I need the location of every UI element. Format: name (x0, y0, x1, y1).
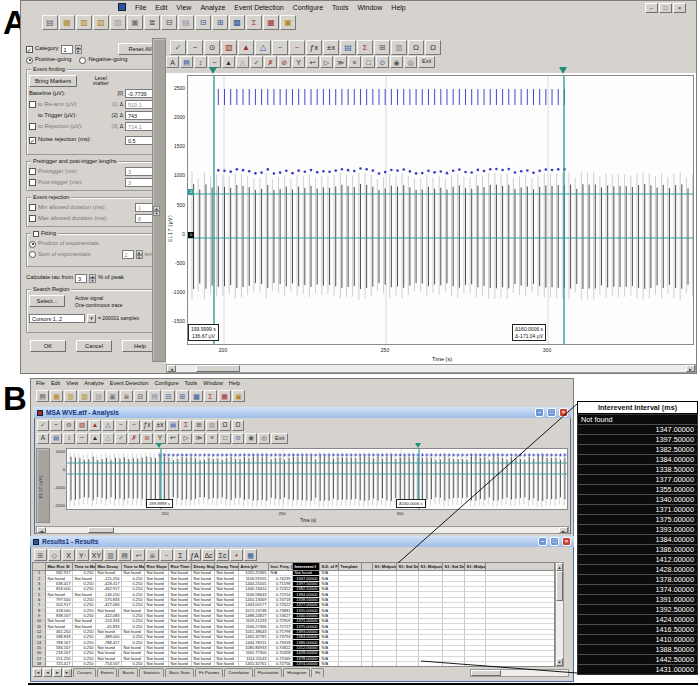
save-file-icon[interactable]: ▥ (64, 390, 77, 402)
menu-b-file[interactable]: File (36, 380, 45, 386)
interevent-value-1428-00000[interactable]: 1428.00000 (578, 565, 697, 575)
print-icon[interactable]: ≣ (146, 549, 159, 561)
terms-spinner[interactable]: ▲▼ (136, 250, 143, 259)
tab-cursors[interactable]: Cursors (73, 668, 96, 677)
baseline-level-marker[interactable]: 0 (188, 232, 194, 238)
menu-b-window[interactable]: Window (203, 380, 223, 386)
interevent-value-1388-50000[interactable]: 1388.50000 (578, 645, 697, 655)
interevent-value-1340-00000[interactable]: 1340.00000 (578, 495, 697, 505)
tab-statistics[interactable]: Statistics (139, 668, 164, 677)
fit-curve-icon[interactable]: ~ (50, 420, 62, 431)
results-vertical-scrollbar[interactable]: ▲ ▼ (555, 562, 564, 667)
rings-icon[interactable]: ◎ (258, 433, 270, 444)
fast-forward-icon[interactable]: ≫ (193, 433, 205, 444)
tab-events[interactable]: Events (97, 668, 118, 677)
new-file-icon[interactable]: ▤ (42, 15, 58, 30)
menu-b-tools[interactable]: Tools (184, 380, 197, 386)
pin-icon[interactable]: + (230, 549, 243, 561)
interevent-value-1382-50000[interactable]: 1382.50000 (578, 445, 697, 455)
peak-dark-icon[interactable]: ▲ (222, 56, 235, 68)
results-window-titlebar[interactable]: Results1 - Results – □ × (30, 536, 574, 547)
cancel-button[interactable]: Cancel (76, 340, 112, 352)
interevent-value-1412-00000[interactable]: 1412.00000 (578, 555, 697, 565)
cursor-1-handle[interactable] (209, 67, 217, 74)
peak-dark-icon[interactable]: ▲ (89, 433, 101, 444)
reject-all-icon[interactable]: ⊘ (141, 433, 153, 444)
analysis-window-icon[interactable]: Σ (204, 390, 217, 402)
menu-b-event-detection[interactable]: Event Detection (110, 380, 149, 386)
scale-icon[interactable]: ±x (323, 40, 339, 55)
interevent-value-1378-00000[interactable]: 1378.00000 (578, 575, 697, 585)
panel-a-scroll-thumb[interactable] (196, 365, 240, 372)
trace-red-icon[interactable]: ~ (128, 420, 140, 431)
interevent-value-1392-50000[interactable]: 1392.50000 (578, 605, 697, 615)
baseline-icon[interactable]: ↕ (194, 56, 207, 68)
results-scroll-down-icon[interactable]: ▼ (556, 658, 563, 666)
template-icon[interactable]: A (166, 56, 179, 68)
accept-event-icon[interactable]: ✓ (115, 433, 127, 444)
tau-spinner[interactable]: ▲▼ (89, 274, 96, 283)
accept-check-icon[interactable]: ✓ (170, 40, 186, 55)
x-values-icon[interactable]: X (62, 549, 75, 561)
function-icon[interactable]: ƒx (141, 420, 153, 431)
results-horizontal-scrollbar[interactable] (470, 669, 569, 677)
lock-y-icon[interactable]: Ω (425, 40, 441, 55)
trace-red-icon[interactable]: ~ (289, 40, 305, 55)
table-icon[interactable]: ⊞ (193, 420, 205, 431)
dropdown-arrow-icon[interactable]: ▼ (87, 314, 96, 323)
results-header-blank[interactable] (486, 563, 555, 571)
save-as-icon[interactable]: ▧ (78, 390, 91, 402)
results-header-decay-time[interactable]: Decay Time (215, 563, 239, 571)
results-cell[interactable] (465, 662, 486, 667)
print-icon[interactable]: ≣ (120, 390, 133, 402)
events-list-icon[interactable]: ▤ (167, 420, 179, 431)
exit-button[interactable]: Exit (418, 56, 435, 68)
tab-nav-last-icon[interactable]: ►| (63, 668, 72, 677)
tab-fluctuation[interactable]: Fluctuation (254, 668, 282, 677)
min-duration-checkbox[interactable] (29, 204, 36, 211)
results-maximize-button[interactable]: □ (550, 537, 559, 546)
zoom-icon[interactable]: ⊙ (63, 420, 75, 431)
positive-going-radio[interactable] (26, 57, 33, 64)
results-scroll-up-icon[interactable]: ▲ (556, 563, 563, 571)
results-header-s1-midpoin[interactable]: S1: Midpoin (419, 563, 443, 571)
panel-b-signal-plot[interactable] (66, 448, 568, 510)
event-marker-icon[interactable]: △ (255, 40, 271, 55)
interevent-value-1355-00000[interactable]: 1355.00000 (578, 485, 697, 495)
interevent-value-1384-00000[interactable]: 1384.00000 (578, 455, 697, 465)
fast-forward-icon[interactable]: ≫ (334, 56, 347, 68)
analysis-minimize-button[interactable]: – (535, 408, 544, 417)
posttrigger-checkbox[interactable] (29, 179, 36, 186)
sigma-icon[interactable]: Σ (180, 420, 192, 431)
sum-exponentials-radio[interactable] (29, 251, 36, 258)
interevent-value-1393-00000[interactable]: 1393.00000 (578, 525, 697, 535)
tab-nav-first-icon[interactable]: |◄ (33, 668, 42, 677)
results-header-decay-slop[interactable]: Decay Slop (192, 563, 215, 571)
trace-blue-icon[interactable]: ~ (115, 420, 127, 431)
analysis-maximize-button[interactable]: □ (547, 408, 556, 417)
menu-a-analyze[interactable]: Analyze (200, 4, 225, 11)
interevent-value-1384-00000[interactable]: 1384.00000 (578, 535, 697, 545)
results-cell[interactable]: Not found (192, 662, 215, 667)
panel-a-scrollbar[interactable]: ◄ ► (166, 364, 696, 373)
category-checkbox[interactable]: ✓ (26, 46, 33, 53)
menu-a-file[interactable]: File (135, 4, 146, 11)
undo-icon[interactable]: ↩ (306, 56, 319, 68)
menu-b-configure[interactable]: Configure (155, 380, 179, 386)
save-as-icon[interactable]: ▧ (93, 15, 109, 30)
threshold-icon[interactable]: ~ (76, 433, 88, 444)
trace-blue-icon[interactable]: ~ (272, 40, 288, 55)
results-header-max-rise-sl[interactable]: Max Rise Sl (46, 563, 73, 571)
results-window-icon[interactable]: ▦ (263, 15, 279, 30)
results-cell[interactable]: 0.250 (73, 662, 96, 667)
page-setup-icon[interactable]: ▤ (148, 390, 161, 402)
b-scroll-left-icon[interactable]: ◄ (37, 527, 46, 533)
menu-b-help[interactable]: Help (229, 380, 240, 386)
interevent-value-1410-00000[interactable]: 1410.00000 (578, 635, 697, 645)
play-all-icon[interactable]: » (348, 56, 361, 68)
b-cursor-1-handle[interactable] (156, 443, 162, 448)
results-cell[interactable]: N/A (320, 662, 339, 667)
cascade-icon[interactable]: ▩ (229, 15, 245, 30)
menu-a-view[interactable]: View (176, 4, 191, 11)
scroll-left-icon[interactable]: ◄ (167, 365, 176, 372)
